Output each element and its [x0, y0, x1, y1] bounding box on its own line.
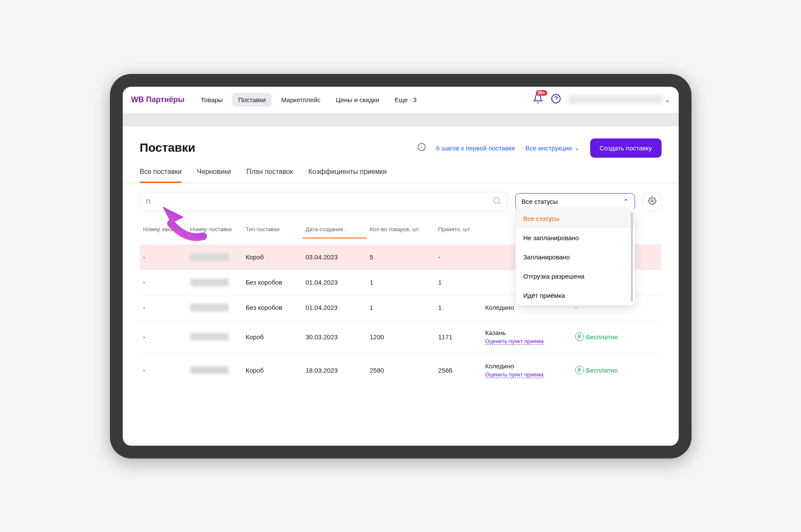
cell-date: 01.04.2023	[302, 279, 367, 286]
cell-coefficient: -	[572, 304, 627, 311]
cell-type: Без коробов	[242, 279, 302, 286]
table-row[interactable]: - Короб 18.03.2023 2580 2566 Коледино Оц…	[140, 353, 662, 387]
cell-coefficient: ₽Бесплатно	[572, 366, 627, 374]
main-nav: Товары Поставки Маркетплейс Цены и скидк…	[195, 93, 423, 107]
top-bar: WB Партнёры Товары Поставки Маркетплейс …	[123, 87, 679, 113]
cell-location: Коледино Оценить пункт приема	[482, 362, 572, 378]
top-bar-right: 99+ ⌄	[533, 94, 670, 106]
status-dropdown: Все статусы Не запланировано Запланирова…	[516, 209, 635, 305]
cell-qty: 5	[367, 253, 435, 261]
cell-type: Без коробов	[242, 304, 302, 311]
svg-point-5	[494, 197, 499, 203]
nav-item-marketplace[interactable]: Маркетплейс	[275, 93, 326, 107]
help-button[interactable]	[551, 94, 561, 106]
chevron-down-icon: ⌄	[574, 144, 580, 152]
nav-item-supplies[interactable]: Поставки	[232, 93, 272, 107]
page-tabs: Все поставки Черновики План поставок Коэ…	[123, 162, 679, 183]
tablet-frame: WB Партнёры Товары Поставки Маркетплейс …	[110, 74, 692, 459]
tab-all-supplies[interactable]: Все поставки	[140, 168, 182, 183]
status-option-all[interactable]: Все статусы	[516, 209, 635, 228]
tab-acceptance-coef[interactable]: Коэффициенты приемки	[308, 168, 387, 183]
page-header: Поставки 6 шагов к первой поставке Все и…	[123, 126, 679, 162]
rate-point-link[interactable]: Оценить пункт приема	[485, 371, 544, 378]
tab-supply-plan[interactable]: План поставок	[246, 168, 293, 183]
user-name-redacted	[569, 95, 663, 104]
sort-arrow-icon: ↓	[345, 226, 348, 232]
cell-order: -	[140, 253, 187, 261]
bell-icon	[533, 98, 543, 105]
table-settings-button[interactable]	[643, 192, 662, 211]
nav-item-more[interactable]: Еще · 3	[389, 93, 423, 107]
cell-supply-redacted	[187, 333, 242, 341]
cell-order: -	[140, 304, 187, 311]
cell-qty: 2580	[367, 367, 435, 374]
status-filter-select[interactable]: Все статусы ⌃ Все статусы Не запланирова…	[515, 193, 635, 210]
svg-point-7	[651, 200, 653, 202]
col-created-date[interactable]: Дата создания↓	[302, 226, 367, 238]
status-option-shipment-allowed[interactable]: Отгрузка разрешена	[516, 267, 635, 286]
tutorial-arrow-icon	[148, 202, 212, 247]
cell-supply-redacted	[187, 304, 242, 312]
instructions-link[interactable]: Все инструкции ⌄	[525, 144, 580, 152]
cell-type: Короб	[242, 367, 302, 374]
cell-order: -	[140, 279, 187, 286]
cell-order: -	[140, 367, 187, 374]
page-title: Поставки	[140, 141, 195, 155]
ruble-icon: ₽	[575, 332, 584, 341]
logo[interactable]: WB Партнёры	[131, 95, 185, 104]
nav-item-products[interactable]: Товары	[195, 93, 229, 107]
cell-qty: 1200	[367, 333, 435, 341]
tab-drafts[interactable]: Черновики	[197, 168, 231, 183]
cell-supply-redacted	[187, 279, 242, 286]
svg-line-6	[498, 202, 500, 204]
cell-accepted: 1	[435, 304, 482, 311]
rate-point-link[interactable]: Оценить пункт приема	[485, 338, 544, 345]
notifications-button[interactable]: 99+	[533, 94, 543, 106]
search-icon	[493, 197, 501, 207]
help-icon	[551, 98, 561, 105]
cell-accepted: 2566	[435, 367, 482, 374]
cell-location: Казань Оценить пункт приема	[482, 329, 572, 345]
cell-accepted: 1	[435, 279, 482, 286]
gray-strip	[123, 113, 679, 126]
user-menu[interactable]: ⌄	[569, 95, 670, 104]
info-icon[interactable]	[417, 143, 426, 153]
cell-coefficient: ₽Бесплатно	[572, 332, 627, 341]
cell-type: Короб	[242, 253, 302, 261]
cell-qty: 1	[367, 279, 435, 286]
cell-location: Коледино	[482, 304, 572, 311]
col-accepted[interactable]: Принято, шт	[435, 226, 482, 238]
status-filter-value: Все статусы	[522, 198, 558, 205]
cell-qty: 1	[367, 304, 435, 311]
col-quantity[interactable]: Кол-во товаров, шт	[367, 226, 435, 238]
notifications-badge: 99+	[536, 90, 547, 96]
status-option-not-planned[interactable]: Не запланировано	[516, 228, 635, 247]
table-row[interactable]: - Короб 30.03.2023 1200 1171 Казань Оцен…	[140, 320, 662, 353]
cell-accepted: 1171	[435, 333, 482, 341]
status-option-planned[interactable]: Запланировано	[516, 247, 635, 267]
col-supply-type[interactable]: Тип поставки	[242, 226, 302, 238]
cell-accepted: -	[435, 253, 482, 261]
chevron-up-icon: ⌃	[623, 198, 629, 206]
dropdown-scrollbar[interactable]	[631, 212, 633, 302]
cell-order: -	[140, 333, 187, 341]
cell-date: 18.03.2023	[302, 367, 367, 374]
chevron-down-icon: ⌄	[665, 96, 670, 104]
nav-item-prices[interactable]: Цены и скидки	[330, 93, 385, 107]
gear-icon	[648, 197, 656, 207]
create-supply-button[interactable]: Создать поставку	[590, 138, 661, 158]
steps-link[interactable]: 6 шагов к первой поставке	[436, 144, 515, 152]
cell-supply-redacted	[187, 253, 242, 261]
ruble-icon: ₽	[575, 366, 584, 374]
status-option-in-acceptance[interactable]: Идёт приёмка	[516, 286, 635, 305]
cell-date: 03.04.2023	[302, 253, 367, 261]
cell-type: Короб	[242, 333, 302, 341]
app-screen: WB Партнёры Товары Поставки Маркетплейс …	[123, 87, 679, 446]
cell-date: 30.03.2023	[302, 333, 367, 341]
cell-date: 01.04.2023	[302, 304, 367, 311]
cell-supply-redacted	[187, 366, 242, 374]
